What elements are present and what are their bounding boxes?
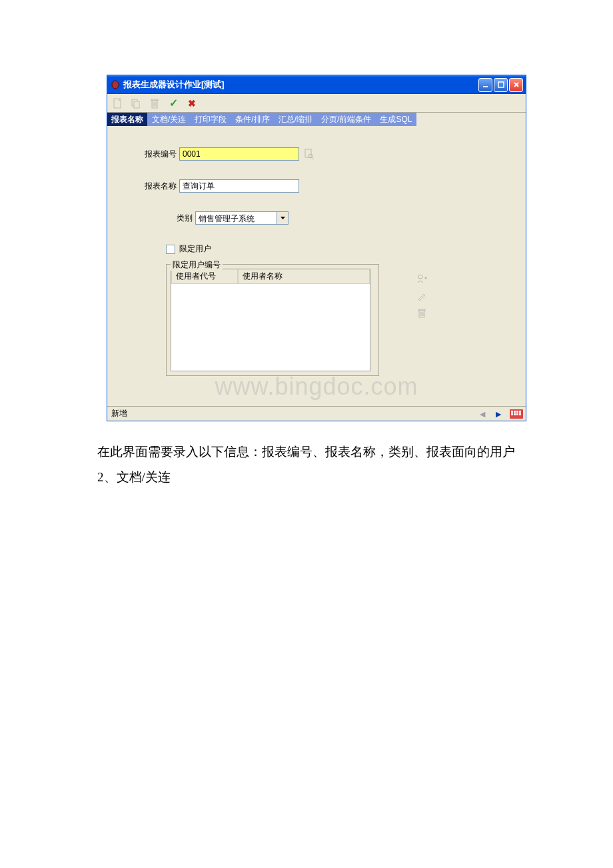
content-panel: 报表编号 报表名称 类别 销售管理子系统 限定用户 限定用户编号 [107,126,526,406]
app-icon [110,79,121,90]
watermark: www.bingdoc.com [107,373,526,401]
add-user-icon[interactable] [416,273,428,285]
app-window: 报表生成器设计作业[测试] ✓ ✖ 报表名称 文档/关连 打印字段 [107,75,526,421]
lookup-icon[interactable] [303,148,315,160]
keyboard-icon[interactable] [510,409,522,419]
user-id-header[interactable]: 使用者代号 [171,269,238,284]
svg-rect-23 [511,411,513,413]
tab-page-frontend[interactable]: 分页/前端条件 [317,113,376,126]
svg-rect-26 [519,411,521,413]
report-name-label: 报表名称 [134,181,177,192]
restrict-user-label: 限定用户 [179,243,211,255]
tab-bar: 报表名称 文档/关连 打印字段 条件/排序 汇总/缩排 分页/前端条件 生成SQ… [107,113,526,126]
delete-icon [149,97,161,109]
svg-rect-30 [519,413,521,415]
restrict-user-fieldset: 限定用户编号 使用者代号 使用者名称 [166,264,379,376]
user-table-body[interactable] [171,284,370,371]
svg-point-0 [112,81,119,89]
category-select[interactable]: 销售管理子系统 [195,211,289,225]
report-name-input[interactable] [179,179,299,193]
svg-line-13 [312,157,314,159]
svg-rect-25 [516,411,518,413]
titlebar[interactable]: 报表生成器设计作业[测试] [107,75,526,94]
prev-icon[interactable]: ◄ [478,409,487,419]
doc-paragraph-1: 在此界面需要录入以下信息：报表编号、报表名称，类别、报表面向的用户 [72,441,553,463]
remove-user-icon[interactable] [416,307,428,319]
minimize-button[interactable] [478,78,492,92]
tab-print-fields[interactable]: 打印字段 [191,113,231,126]
tab-document-relation[interactable]: 文档/关连 [148,113,191,126]
document-text: 在此界面需要录入以下信息：报表编号、报表名称，类别、报表面向的用户 2、文档/关… [72,441,553,489]
category-value: 销售管理子系统 [196,212,277,224]
toolbar: ✓ ✖ [107,94,526,113]
svg-rect-1 [483,86,488,87]
svg-rect-27 [511,413,513,415]
report-id-label: 报表编号 [134,149,177,160]
dropdown-icon[interactable] [277,212,288,224]
restrict-user-checkbox[interactable] [166,245,175,254]
maximize-button[interactable] [494,78,508,92]
tab-summary-indent[interactable]: 汇总/缩排 [275,113,317,126]
cancel-button[interactable]: ✖ [186,97,198,109]
next-icon[interactable]: ► [494,409,503,419]
tab-condition-sort[interactable]: 条件/排序 [231,113,274,126]
tab-generate-sql[interactable]: 生成SQL [376,113,416,126]
svg-rect-28 [514,413,516,415]
tab-report-name[interactable]: 报表名称 [107,113,148,126]
svg-rect-29 [516,413,518,415]
svg-rect-18 [418,309,425,311]
user-name-header[interactable]: 使用者名称 [238,269,370,284]
edit-user-icon[interactable] [416,290,428,302]
window-title: 报表生成器设计作业[测试] [123,79,478,91]
category-label: 类别 [134,213,193,224]
statusbar: 新增 ◄ ► [107,406,526,421]
report-id-input[interactable] [179,147,299,161]
fieldset-legend: 限定用户编号 [171,259,223,271]
svg-rect-2 [498,82,504,87]
svg-rect-7 [151,99,158,101]
svg-rect-11 [305,149,311,157]
doc-paragraph-2: 2、文档/关连 [72,467,553,488]
new-doc-icon [111,97,123,109]
svg-rect-24 [514,411,516,413]
svg-rect-5 [134,101,139,108]
status-text: 新增 [111,408,478,419]
copy-icon [130,97,142,109]
user-table: 使用者代号 使用者名称 [171,269,370,371]
svg-point-14 [418,275,422,279]
confirm-button[interactable]: ✓ [167,97,179,109]
close-button[interactable] [509,78,523,92]
